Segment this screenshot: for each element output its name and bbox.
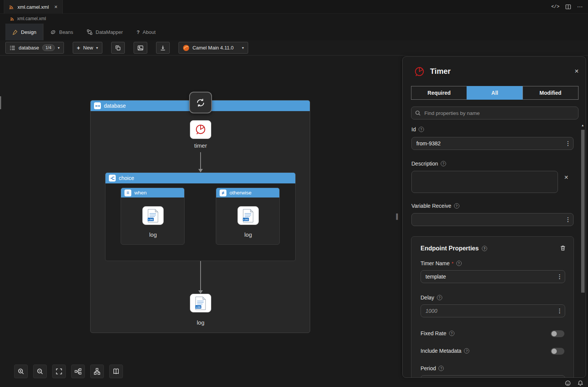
search-icon: [415, 110, 421, 117]
group-otherwise-header[interactable]: ≠ otherwise: [216, 188, 279, 197]
filter-tab-all[interactable]: All: [467, 86, 523, 100]
timer-icon: [413, 66, 425, 79]
svg-text:LOG: LOG: [244, 218, 249, 221]
flow-count-badge: 1/4: [42, 45, 55, 51]
kebab-menu-icon[interactable]: ⋮: [557, 307, 563, 314]
node-log-otherwise-label: log: [225, 231, 271, 238]
feedback-smiley-icon[interactable]: [565, 380, 571, 386]
help-icon[interactable]: ?: [464, 348, 469, 354]
more-actions-icon[interactable]: ⋯: [577, 3, 583, 10]
about-icon: ?: [137, 29, 140, 35]
tab-design-label: Design: [21, 29, 36, 35]
id-input[interactable]: [411, 137, 574, 150]
period-input[interactable]: [421, 375, 565, 378]
description-textarea[interactable]: [411, 171, 558, 193]
help-icon[interactable]: ?: [454, 203, 459, 209]
runtime-selector-button[interactable]: Camel Main 4.11.0 ▾: [178, 42, 248, 54]
delay-field-label: Delay ?: [421, 295, 442, 301]
kebab-menu-icon[interactable]: ⋮: [565, 216, 571, 223]
tab-design[interactable]: Design: [5, 24, 43, 40]
help-icon[interactable]: ?: [482, 246, 487, 251]
panel-scrollbar[interactable]: [581, 130, 585, 293]
filter-tab-modified[interactable]: Modified: [523, 86, 578, 100]
group-when-label: when: [134, 190, 147, 196]
period-field-label: Period ?: [421, 365, 444, 371]
variable-receive-field-label: Variable Receive ?: [411, 203, 459, 209]
group-choice-header[interactable]: choice: [105, 173, 295, 183]
endpoint-title-text: Endpoint Properties: [421, 245, 479, 252]
help-icon[interactable]: ?: [456, 261, 462, 266]
split-editor-icon[interactable]: [565, 4, 571, 10]
include-metadata-label-text: Include Metadata: [421, 348, 461, 354]
tab-close-icon[interactable]: ✕: [54, 5, 57, 10]
tab-about-label: About: [143, 29, 156, 35]
help-icon[interactable]: ?: [437, 295, 442, 300]
panel-title: Timer: [430, 67, 451, 76]
open-source-code-icon[interactable]: </>: [551, 4, 559, 10]
edge-choice-log: [200, 261, 201, 290]
kebab-menu-icon[interactable]: ⋮: [557, 273, 563, 280]
camel-file-icon: [9, 4, 14, 10]
copy-icon: [115, 45, 121, 51]
new-flow-button[interactable]: + New ▾: [73, 42, 102, 54]
design-icon: [12, 29, 18, 35]
group-database-label: database: [104, 103, 126, 109]
editor-tab-strip: xml.camel.xml ✕ </> ⋯: [0, 0, 588, 14]
close-panel-icon[interactable]: ✕: [574, 68, 579, 74]
fit-to-screen-button[interactable]: [52, 365, 66, 378]
left-scroll-indicator: [0, 96, 1, 109]
help-icon[interactable]: ?: [441, 161, 446, 166]
notifications-bell-icon[interactable]: [577, 380, 583, 386]
period-label-text: Period: [421, 365, 436, 371]
node-log[interactable]: LOG: [190, 294, 211, 312]
timer-name-input[interactable]: [421, 270, 565, 283]
vertical-layout-button[interactable]: [90, 365, 104, 378]
tab-datamapper[interactable]: DataMapper: [80, 24, 130, 40]
breadcrumb[interactable]: xml.camel.xml: [0, 14, 588, 24]
download-button[interactable]: [156, 42, 170, 54]
new-flow-label: New: [83, 45, 93, 51]
flow-canvas[interactable]: database timer: [0, 56, 588, 387]
include-metadata-toggle[interactable]: [551, 348, 564, 355]
help-icon[interactable]: ?: [419, 127, 424, 132]
delay-field: ⋮: [421, 304, 565, 317]
id-field: ⋮: [411, 137, 574, 150]
view-tabs: Design Beans DataMapper ? About: [0, 24, 588, 40]
property-search-input[interactable]: [411, 107, 578, 119]
help-icon[interactable]: ?: [449, 331, 454, 336]
export-image-button[interactable]: [134, 42, 147, 54]
tab-beans[interactable]: Beans: [43, 24, 80, 40]
delay-input[interactable]: [421, 304, 565, 317]
chevron-down-icon: ▾: [58, 46, 60, 50]
kebab-menu-icon[interactable]: ⋮: [565, 140, 571, 147]
variable-receive-input[interactable]: [411, 213, 574, 226]
editor-tab-title: xml.camel.xml: [18, 4, 49, 10]
panel-resize-handle[interactable]: ∥: [395, 212, 399, 220]
catalog-button[interactable]: [109, 365, 123, 378]
flow-selector-button[interactable]: database 1/4 ▾: [5, 42, 64, 54]
node-log-otherwise[interactable]: LOG: [237, 206, 259, 225]
scroll-up-icon[interactable]: ▲: [581, 124, 584, 127]
zoom-in-button[interactable]: [14, 365, 28, 378]
zoom-out-button[interactable]: [33, 365, 47, 378]
id-field-label: Id ?: [411, 126, 424, 132]
chevron-down-icon: ▾: [242, 46, 244, 50]
otherwise-icon: ≠: [220, 190, 226, 196]
editor-tab-xml-camel[interactable]: xml.camel.xml ✕: [4, 0, 63, 14]
node-log-when[interactable]: LOG: [142, 206, 164, 225]
timer-name-label-text: Timer Name: [421, 260, 450, 266]
node-timer[interactable]: [190, 120, 211, 139]
help-icon[interactable]: ?: [438, 366, 444, 371]
datamapper-icon: [87, 29, 92, 35]
copy-route-button[interactable]: [111, 42, 125, 54]
tab-about[interactable]: ? About: [130, 24, 163, 40]
filter-tab-required[interactable]: Required: [411, 86, 467, 100]
timer-name-field: ⋮: [421, 270, 565, 283]
horizontal-layout-button[interactable]: [71, 365, 85, 378]
clear-description-icon[interactable]: ✕: [564, 174, 569, 180]
fixed-rate-toggle[interactable]: [551, 330, 564, 337]
route-sync-button[interactable]: [189, 92, 212, 113]
group-when-header[interactable]: = when: [121, 188, 184, 197]
group-otherwise-label: otherwise: [229, 190, 252, 196]
trash-icon[interactable]: [560, 245, 566, 252]
